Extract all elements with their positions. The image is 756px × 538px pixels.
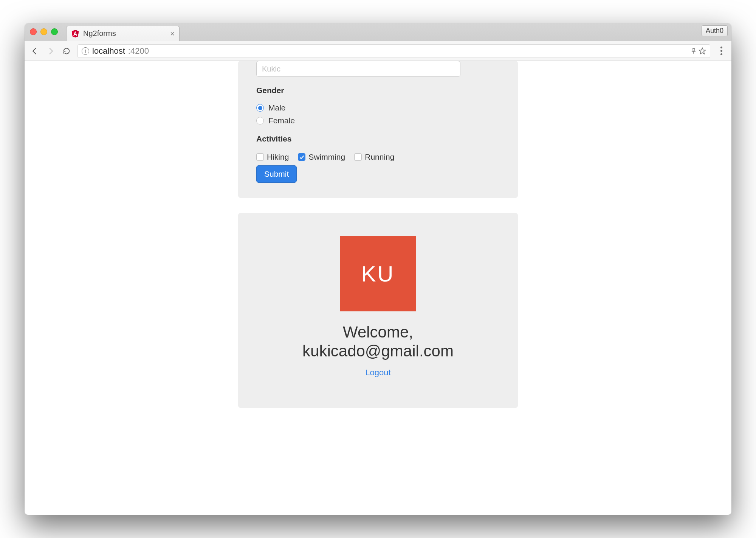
gender-female-option[interactable]: Female (256, 116, 500, 125)
form-panel: Kukic Gender Male Female Activities (238, 61, 518, 198)
avatar: KU (340, 236, 416, 311)
svg-marker-3 (699, 48, 706, 54)
browser-toolbar: i localhost:4200 (25, 41, 731, 61)
activities-row: Hiking Swimming Running (256, 152, 500, 162)
avatar-initials: KU (361, 261, 395, 286)
pushpin-icon (690, 48, 697, 54)
activity-running-label: Running (365, 152, 394, 162)
welcome-prefix: Welcome, (343, 323, 413, 341)
window-controls (30, 28, 58, 35)
maximize-window-button[interactable] (51, 28, 58, 35)
activity-hiking[interactable]: Hiking (256, 152, 289, 162)
last-name-value: Kukic (262, 65, 280, 73)
browser-tab-bar: Ng2forms × Auth0 (25, 23, 731, 41)
radio-unchecked-icon (256, 117, 264, 124)
gender-male-label: Male (268, 103, 286, 112)
close-window-button[interactable] (30, 28, 37, 35)
checkbox-unchecked-icon (256, 153, 264, 161)
last-name-input[interactable]: Kukic (256, 61, 460, 77)
close-tab-icon[interactable]: × (170, 30, 175, 37)
minimize-window-button[interactable] (40, 28, 47, 35)
browser-profile-button[interactable]: Auth0 (702, 25, 728, 36)
gender-female-label: Female (268, 116, 295, 125)
url-host: localhost (92, 46, 125, 56)
star-icon (699, 47, 706, 55)
logout-link[interactable]: Logout (365, 368, 390, 377)
browser-menu-button[interactable] (716, 47, 726, 55)
bookmark-controls[interactable] (690, 47, 706, 55)
activity-running[interactable]: Running (354, 152, 394, 162)
activity-swimming[interactable]: Swimming (298, 152, 345, 162)
activity-hiking-label: Hiking (267, 152, 289, 162)
url-path: :4200 (128, 46, 149, 56)
welcome-email: kukicado@gmail.com (302, 342, 454, 360)
activities-label: Activities (256, 134, 500, 143)
welcome-heading: Welcome, kukicado@gmail.com (256, 323, 500, 361)
forward-button[interactable] (46, 46, 56, 56)
browser-tab[interactable]: Ng2forms × (66, 26, 180, 41)
angular-favicon-icon (71, 30, 79, 38)
profile-panel: KU Welcome, kukicado@gmail.com Logout (238, 213, 518, 408)
address-bar[interactable]: i localhost:4200 (77, 44, 710, 58)
tab-title: Ng2forms (83, 29, 166, 38)
back-button[interactable] (30, 46, 40, 56)
submit-button[interactable]: Submit (256, 165, 297, 183)
reload-button[interactable] (62, 46, 71, 56)
activity-swimming-label: Swimming (308, 152, 345, 162)
radio-checked-icon (256, 104, 264, 112)
checkbox-unchecked-icon (354, 153, 362, 161)
browser-window: Ng2forms × Auth0 i localhost:4200 (25, 23, 731, 515)
page-viewport: Kukic Gender Male Female Activities (25, 61, 731, 515)
checkbox-checked-icon (298, 153, 305, 161)
gender-label: Gender (256, 86, 500, 95)
gender-male-option[interactable]: Male (256, 103, 500, 112)
site-info-icon[interactable]: i (82, 47, 89, 55)
